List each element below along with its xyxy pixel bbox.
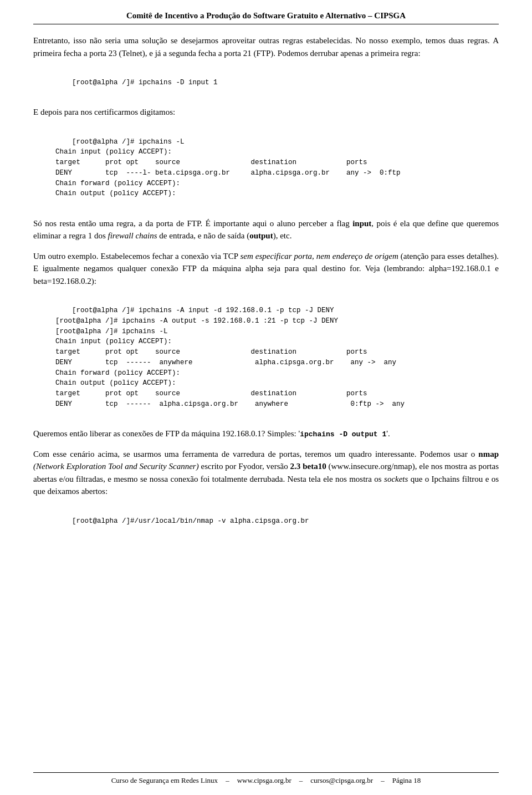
code-block-1: [root@alpha /]# ipchains -L Chain input … xyxy=(55,126,499,210)
paragraph-6-text-1: Com esse cenário acima, se usarmos uma f… xyxy=(33,450,478,458)
paragraph-3-bold-output: output xyxy=(249,231,273,240)
paragraph-3-text-3: de entrada, e não de saída ( xyxy=(157,231,250,240)
code-block-3: [root@alpha /]#/usr/local/bin/nmap -v al… xyxy=(55,506,499,537)
paragraph-4-italic: sem especificar porta, nem endereço de o… xyxy=(241,252,398,261)
paragraph-6-bold-version: 2.3 beta10 xyxy=(290,462,326,471)
paragraph-4: Um outro exemplo. Estabelecemos fechar a… xyxy=(33,250,499,288)
paragraph-6-text-4: ( xyxy=(326,462,331,471)
paragraph-5-text-2: '. xyxy=(386,429,390,438)
paragraph-1: Entretanto, isso não seria uma solução s… xyxy=(33,34,499,59)
paragraph-3: Só nos resta então uma regra, a da porta… xyxy=(33,217,499,242)
paragraph-3-bold-input: input xyxy=(352,219,371,228)
footer-sep1: – xyxy=(226,776,229,785)
footer-sep3: – xyxy=(381,776,385,785)
paragraph-6-italic-sockets: sockets xyxy=(384,475,408,483)
footer-label2: www.cipsga.org.br xyxy=(237,776,291,785)
code-block-3-text: [root@alpha /]#/usr/local/bin/nmap -v al… xyxy=(72,517,309,525)
footer-label4: Página 18 xyxy=(392,776,421,785)
paragraph-2-text: E depois para nos certificarmos digitamo… xyxy=(33,108,175,116)
paragraph-6-italic-nmap: (Network Exploration Tool and Security S… xyxy=(33,462,199,471)
footer-label3: cursos@cipsga.org.br xyxy=(310,776,373,785)
paragraph-1-text: Entretanto, isso não seria uma solução s… xyxy=(33,36,499,58)
paragraph-6-url: www.insecure.org/nmap xyxy=(331,462,412,471)
footer-sep2: – xyxy=(299,776,303,785)
paragraph-3-italic-firewall: firewall chains xyxy=(108,231,157,240)
paragraph-5-text-1: Queremos então liberar as conexões de FT… xyxy=(33,429,300,438)
page-container: Comitê de Incentivo a Produção do Softwa… xyxy=(0,0,532,795)
paragraph-5-code: ipchains -D output 1 xyxy=(300,430,386,439)
paragraph-6: Com esse cenário acima, se usarmos uma f… xyxy=(33,448,499,498)
command1-text: [root@alpha /]# ipchains -D input 1 xyxy=(72,79,218,86)
page-header: Comitê de Incentivo a Produção do Softwa… xyxy=(33,11,499,24)
paragraph-3-text-4: ), etc. xyxy=(273,231,292,240)
code-block-2-text: [root@alpha /]# ipchains -A input -d 192… xyxy=(55,307,405,408)
code-block-2: [root@alpha /]# ipchains -A input -d 192… xyxy=(55,295,499,420)
paragraph-6-bold-nmap: nmap xyxy=(478,450,499,458)
paragraph-5: Queremos então liberar as conexões de FT… xyxy=(33,427,499,440)
paragraph-4-text: Um outro exemplo. Estabelecemos fechar a… xyxy=(33,252,241,261)
footer-label1: Curso de Segurança em Redes Linux xyxy=(111,776,218,785)
paragraph-3-text-1: Só nos resta então uma regra, a da porta… xyxy=(33,219,352,228)
page-footer: Curso de Segurança em Redes Linux – www.… xyxy=(33,772,499,785)
header-title: Comitê de Incentivo a Produção do Softwa… xyxy=(126,11,406,20)
paragraph-6-text-3: escrito por Fyodor, versão xyxy=(199,462,290,471)
paragraph-2: E depois para nos certificarmos digitamo… xyxy=(33,106,499,119)
code-block-1-text: [root@alpha /]# ipchains -L Chain input … xyxy=(55,138,401,198)
code-block-command1: [root@alpha /]# ipchains -D input 1 xyxy=(55,67,499,98)
footer-content: Curso de Segurança em Redes Linux – www.… xyxy=(33,776,499,785)
